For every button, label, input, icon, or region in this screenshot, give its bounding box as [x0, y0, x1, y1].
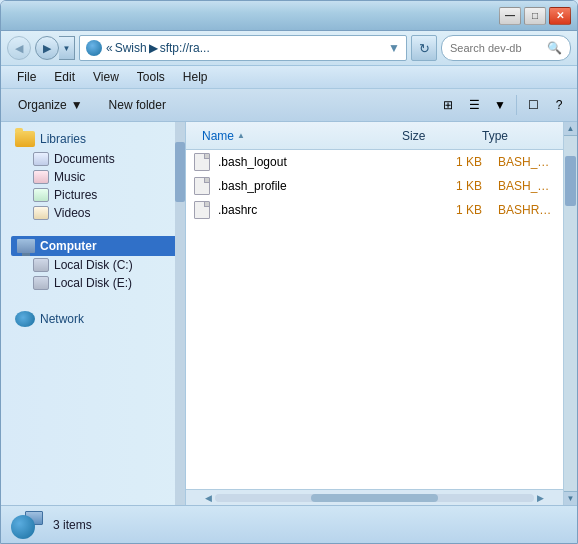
- sidebar-item-documents[interactable]: Documents: [11, 150, 181, 168]
- col-type-label: Type: [482, 129, 508, 143]
- scroll-thumb[interactable]: [565, 156, 576, 206]
- content-and-scroll: ▲ ▼ Name ▲ Size Typ: [186, 122, 577, 505]
- column-header-type[interactable]: Type: [474, 122, 563, 149]
- addr-prefix: «: [106, 41, 113, 55]
- hscroll-thumb[interactable]: [311, 494, 439, 502]
- sidebar-computer-header[interactable]: Computer: [11, 236, 181, 256]
- maximize-button[interactable]: □: [524, 7, 546, 25]
- addr-crumb1[interactable]: Swish: [115, 41, 147, 55]
- libraries-folder-icon: [15, 131, 35, 147]
- pictures-icon: [33, 188, 49, 202]
- addr-crumb2[interactable]: sftp://ra...: [160, 41, 210, 55]
- organize-arrow: ▼: [71, 98, 83, 112]
- col-size-label: Size: [402, 129, 425, 143]
- sidebar-computer-section: Computer Local Disk (C:) Local Disk (E:): [1, 230, 185, 294]
- sidebar-item-local-disk-c[interactable]: Local Disk (C:): [11, 256, 181, 274]
- menu-edit[interactable]: Edit: [46, 68, 83, 86]
- content-pane: Name ▲ Size Type .bash_logout 1 K: [186, 122, 563, 505]
- toolbar: Organize ▼ New folder ⊞ ☰ ▼ ☐ ?: [1, 89, 577, 122]
- close-button[interactable]: ✕: [549, 7, 571, 25]
- menu-help[interactable]: Help: [175, 68, 216, 86]
- forward-button[interactable]: ▶: [35, 36, 59, 60]
- sidebar-network-header[interactable]: Network: [11, 308, 181, 330]
- hscroll-left-arrow[interactable]: ◀: [202, 493, 215, 503]
- documents-icon: [33, 152, 49, 166]
- table-row[interactable]: .bash_logout 1 KB BASH_LOGOUT: [186, 150, 563, 174]
- menu-view[interactable]: View: [85, 68, 127, 86]
- local-disk-e-label: Local Disk (E:): [54, 276, 132, 290]
- pictures-label: Pictures: [54, 188, 97, 202]
- horizontal-scrollbar[interactable]: ◀ ▶: [186, 489, 563, 505]
- file-type-bash-profile: BASH_PROFILE F: [490, 179, 563, 193]
- search-icon[interactable]: 🔍: [547, 41, 562, 55]
- column-headers: Name ▲ Size Type: [186, 122, 563, 150]
- vertical-scrollbar[interactable]: ▲ ▼: [563, 122, 577, 505]
- back-button[interactable]: ◀: [7, 36, 31, 60]
- search-box: 🔍: [441, 35, 571, 61]
- music-icon: [33, 170, 49, 184]
- col-name-label: Name: [202, 129, 234, 143]
- sidebar-item-pictures[interactable]: Pictures: [11, 186, 181, 204]
- address-box: « Swish ▶ sftp://ra... ▼: [79, 35, 407, 61]
- address-bar-row: ◀ ▶ ▼ « Swish ▶ sftp://ra... ▼ ↻ 🔍: [1, 31, 577, 66]
- file-list: .bash_logout 1 KB BASH_LOGOUT .bash_prof…: [186, 150, 563, 489]
- scroll-down-arrow[interactable]: ▼: [564, 491, 577, 505]
- file-size-bashrc: 1 KB: [410, 203, 490, 217]
- file-type-bash-logout: BASH_LOGOUT: [490, 155, 563, 169]
- minimize-button[interactable]: —: [499, 7, 521, 25]
- sidebar-item-music[interactable]: Music: [11, 168, 181, 186]
- computer-icon: [17, 239, 35, 253]
- scroll-up-arrow[interactable]: ▲: [564, 122, 577, 136]
- preview-pane-button[interactable]: ☐: [521, 93, 545, 117]
- toolbar-divider: [516, 95, 517, 115]
- file-name-bash-logout: .bash_logout: [210, 155, 410, 169]
- toolbar-right: ⊞ ☰ ▼ ☐ ?: [436, 93, 571, 117]
- nav-dropdown-button[interactable]: ▼: [59, 36, 75, 60]
- sidebar-network-section: Network: [1, 302, 185, 332]
- computer-label: Computer: [40, 239, 97, 253]
- status-count: 3 items: [53, 518, 92, 532]
- file-type-bashrc: BASHRC File: [490, 203, 563, 217]
- column-header-size[interactable]: Size: [394, 122, 474, 149]
- hscroll-right-arrow[interactable]: ▶: [534, 493, 547, 503]
- refresh-button[interactable]: ↻: [411, 35, 437, 61]
- menu-tools[interactable]: Tools: [129, 68, 173, 86]
- file-icon-bash-profile: [194, 177, 210, 195]
- column-header-name[interactable]: Name ▲: [194, 122, 394, 149]
- table-row[interactable]: .bash_profile 1 KB BASH_PROFILE F: [186, 174, 563, 198]
- organize-button[interactable]: Organize ▼: [7, 92, 94, 118]
- globe-icon: [86, 40, 102, 56]
- main-area: Libraries Documents Music Pictures Video…: [1, 122, 577, 505]
- hscroll-track: [215, 494, 534, 502]
- search-input[interactable]: [450, 42, 543, 54]
- view-dropdown-button[interactable]: ▼: [488, 93, 512, 117]
- local-disk-e-icon: [33, 276, 49, 290]
- sidebar-item-videos[interactable]: Videos: [11, 204, 181, 222]
- title-bar-buttons: — □ ✕: [499, 7, 571, 25]
- local-disk-c-icon: [33, 258, 49, 272]
- videos-icon: [33, 206, 49, 220]
- title-bar: — □ ✕: [1, 1, 577, 31]
- help-button[interactable]: ?: [547, 93, 571, 117]
- new-folder-button[interactable]: New folder: [98, 92, 177, 118]
- sidebar-scrollbar[interactable]: [175, 122, 185, 505]
- sidebar-libraries-section: Libraries Documents Music Pictures Video…: [1, 122, 185, 224]
- status-bar: 3 items: [1, 505, 577, 543]
- file-size-bash-profile: 1 KB: [410, 179, 490, 193]
- sidebar-scrollbar-thumb: [175, 142, 185, 202]
- network-label: Network: [40, 312, 84, 326]
- view-icons-button[interactable]: ⊞: [436, 93, 460, 117]
- sort-arrow-name: ▲: [237, 131, 245, 140]
- sidebar-libraries-header[interactable]: Libraries: [11, 128, 181, 150]
- window: — □ ✕ ◀ ▶ ▼ « Swish ▶ sftp://ra... ▼ ↻ 🔍…: [0, 0, 578, 544]
- view-list-button[interactable]: ☰: [462, 93, 486, 117]
- videos-label: Videos: [54, 206, 90, 220]
- table-row[interactable]: .bashrc 1 KB BASHRC File: [186, 198, 563, 222]
- file-icon-bash-logout: [194, 153, 210, 171]
- addr-sep1: ▶: [149, 41, 158, 55]
- menu-file[interactable]: File: [9, 68, 44, 86]
- file-icon-bashrc: [194, 201, 210, 219]
- file-name-bashrc: .bashrc: [210, 203, 410, 217]
- sidebar-item-local-disk-e[interactable]: Local Disk (E:): [11, 274, 181, 292]
- address-dropdown-arrow[interactable]: ▼: [388, 41, 400, 55]
